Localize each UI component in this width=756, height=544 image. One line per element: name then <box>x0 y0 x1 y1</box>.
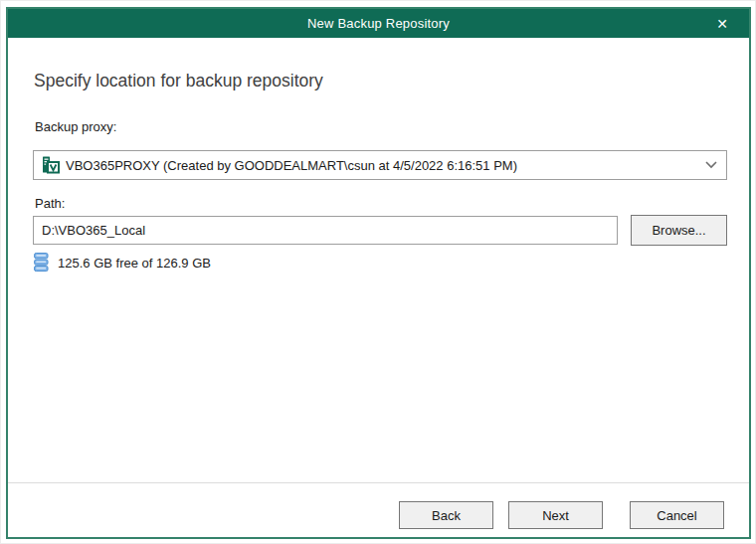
titlebar: New Backup Repository ✕ <box>8 9 749 38</box>
new-backup-repository-dialog: New Backup Repository ✕ Specify location… <box>6 7 751 539</box>
free-space-text: 125.6 GB free of 126.9 GB <box>58 256 211 271</box>
backup-proxy-value: VBO365PROXY (Created by GOODDEALMART\csu… <box>66 158 704 173</box>
next-button[interactable]: Next <box>508 501 603 529</box>
close-icon[interactable]: ✕ <box>705 9 739 38</box>
screenshot-page: New Backup Repository ✕ Specify location… <box>0 0 756 544</box>
footer-divider <box>8 482 749 483</box>
free-space-row: 125.6 GB free of 126.9 GB <box>34 252 211 273</box>
disk-stack-icon <box>34 253 49 272</box>
backup-proxy-dropdown[interactable]: VBO365PROXY (Created by GOODDEALMART\csu… <box>33 150 727 180</box>
back-button[interactable]: Back <box>399 501 493 529</box>
proxy-server-icon <box>40 155 60 176</box>
path-input[interactable] <box>33 216 618 245</box>
path-label: Path: <box>35 196 65 211</box>
browse-button[interactable]: Browse... <box>631 215 727 246</box>
chevron-down-icon[interactable] <box>704 161 718 169</box>
window-title: New Backup Repository <box>307 16 450 31</box>
cancel-button[interactable]: Cancel <box>630 501 724 529</box>
backup-proxy-label: Backup proxy: <box>35 119 116 134</box>
page-title: Specify location for backup repository <box>34 71 323 91</box>
